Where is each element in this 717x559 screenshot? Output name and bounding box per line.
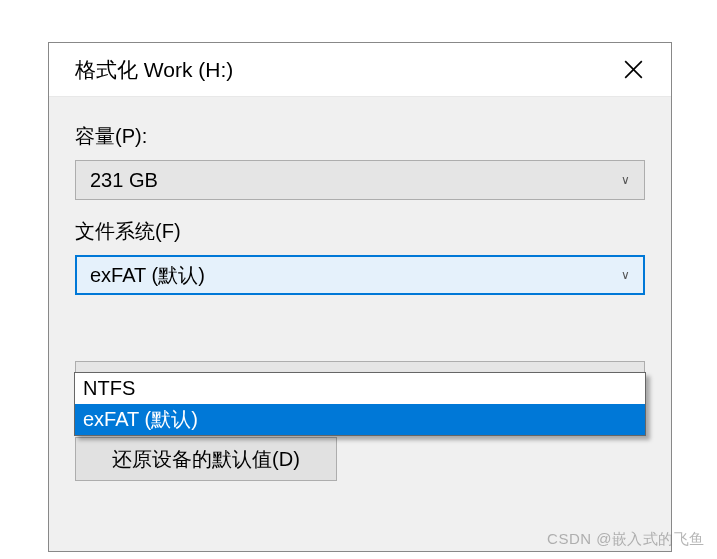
restore-button-label: 还原设备的默认值(D) bbox=[112, 446, 300, 473]
format-dialog: 格式化 Work (H:) 容量(P): 231 GB ∨ 文件系统(F) ex… bbox=[48, 42, 672, 552]
capacity-label: 容量(P): bbox=[75, 123, 645, 150]
capacity-value: 231 GB bbox=[90, 169, 158, 192]
close-icon bbox=[624, 60, 643, 79]
restore-defaults-button[interactable]: 还原设备的默认值(D) bbox=[75, 437, 337, 481]
filesystem-value: exFAT (默认) bbox=[90, 262, 205, 289]
capacity-select[interactable]: 231 GB ∨ bbox=[75, 160, 645, 200]
titlebar: 格式化 Work (H:) bbox=[49, 43, 671, 97]
filesystem-option-ntfs[interactable]: NTFS bbox=[75, 373, 645, 404]
chevron-down-icon: ∨ bbox=[621, 173, 630, 187]
dialog-title: 格式化 Work (H:) bbox=[75, 56, 233, 84]
filesystem-label: 文件系统(F) bbox=[75, 218, 645, 245]
chevron-down-icon: ∨ bbox=[621, 268, 630, 282]
watermark: CSDN @嵌入式的飞鱼 bbox=[547, 530, 705, 549]
filesystem-option-exfat[interactable]: exFAT (默认) bbox=[75, 404, 645, 435]
close-button[interactable] bbox=[613, 50, 653, 90]
filesystem-select[interactable]: exFAT (默认) ∨ bbox=[75, 255, 645, 295]
filesystem-dropdown: NTFS exFAT (默认) bbox=[74, 372, 646, 436]
